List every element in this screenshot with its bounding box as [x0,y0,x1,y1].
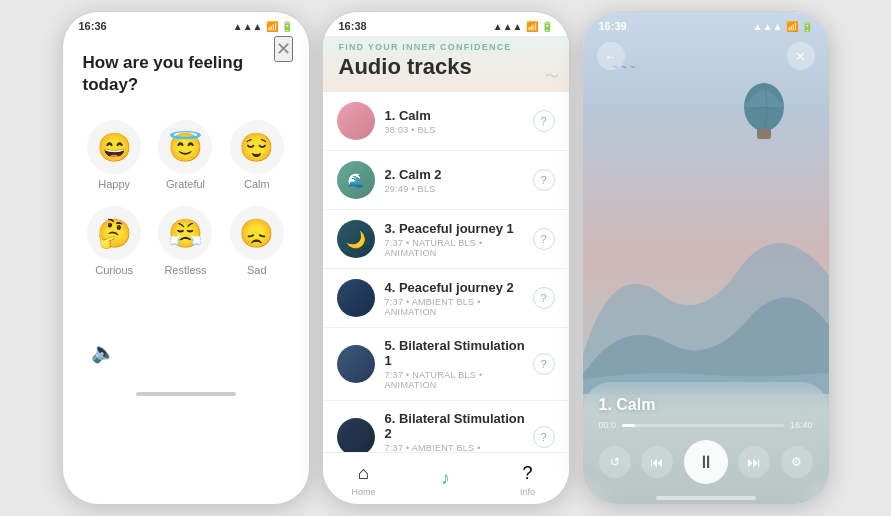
track-thumb-6 [337,418,375,452]
track-thumb-5 [337,345,375,383]
emoji-happy-icon: 😄 [87,120,141,174]
emoji-sad-label: Sad [247,264,267,276]
speaker-icon[interactable]: 🔈 [83,336,289,368]
emoji-restless[interactable]: 😤 Restless [154,206,217,276]
status-bar-1: 16:36 ▲▲▲ 📶 🔋 [63,12,309,36]
progress-fill [622,424,635,427]
track-meta-6: 7:37 • AMBIENT BLS • ANIMATION [385,443,533,452]
home-icon: ⌂ [351,461,375,485]
time-total: 16:40 [790,420,813,430]
audio-header: FIND YOUR INNER CONFIDENCE Audio tracks … [323,36,569,92]
emoji-restless-icon: 😤 [158,206,212,260]
nav-home[interactable]: ⌂ Home [351,461,375,497]
status-bar-3: 16:39 ▲▲▲ 📶 🔋 [583,12,829,36]
track-item-1[interactable]: 1. Calm 38:03 • BLS ? [323,92,569,151]
time-3: 16:39 [599,20,627,32]
track-item-4[interactable]: 4. Peaceful journey 2 7:37 • AMBIENT BLS… [323,269,569,328]
info-icon: ? [515,461,539,485]
track-info-2: 2. Calm 2 29:49 • BLS [385,167,533,194]
track-info-3: 3. Peaceful journey 1 7:37 • NATURAL BLS… [385,221,533,258]
wifi-icon-2: 📶 [526,21,538,32]
emoji-sad-icon: 😞 [230,206,284,260]
signal-icon-3: ▲▲▲ [753,21,783,32]
track-thumb-1 [337,102,375,140]
track-info-4: 4. Peaceful journey 2 7:37 • AMBIENT BLS… [385,280,533,317]
track-name-1: 1. Calm [385,108,533,123]
track-meta-1: 38:03 • BLS [385,125,533,135]
nav-home-label: Home [351,487,375,497]
signal-icon-2: ▲▲▲ [493,21,523,32]
signal-icon: ▲▲▲ [233,21,263,32]
mountain-landscape [583,196,829,394]
status-icons-1: ▲▲▲ 📶 🔋 [233,21,293,32]
battery-icon: 🔋 [281,21,293,32]
track-info-btn-5[interactable]: ? [533,353,555,375]
track-item-6[interactable]: 6. Bilateral Stimulation 2 7:37 • AMBIEN… [323,401,569,452]
progress-track[interactable] [622,424,784,427]
emoji-grateful-icon: 😇 [158,120,212,174]
time-2: 16:38 [339,20,367,32]
time-1: 16:36 [79,20,107,32]
track-meta-5: 7:37 • NATURAL BLS • ANIMATION [385,370,533,390]
audio-tracks-title: Audio tracks [339,54,553,80]
track-thumb-2: 🌊 [337,161,375,199]
status-icons-2: ▲▲▲ 📶 🔋 [493,21,553,32]
home-bar-3 [656,496,756,500]
svg-rect-1 [757,129,771,139]
emoji-grid: 😄 Happy 😇 Grateful 😌 Calm 🤔 Curious 😤 [83,120,289,276]
settings-button[interactable]: ⚙ [781,446,813,478]
emoji-grateful-label: Grateful [166,178,205,190]
track-list: 1. Calm 38:03 • BLS ? 🌊 2. Calm 2 29:49 … [323,92,569,452]
track-info-btn-3[interactable]: ? [533,228,555,250]
track-info-1: 1. Calm 38:03 • BLS [385,108,533,135]
close-circle-button[interactable]: ✕ [787,42,815,70]
nav-info[interactable]: ? Info [515,461,539,497]
track-info-btn-6[interactable]: ? [533,426,555,448]
emoji-calm-label: Calm [244,178,270,190]
battery-icon-3: 🔋 [801,21,813,32]
loop-button[interactable]: ↺ [599,446,631,478]
screens-container: 16:36 ▲▲▲ 📶 🔋 ✕ How are you feeling toda… [0,0,891,516]
track-name-2: 2. Calm 2 [385,167,533,182]
screen1-content: ✕ How are you feeling today? 😄 Happy 😇 G… [63,36,309,384]
audio-icon: ♪ [433,466,457,490]
emoji-happy[interactable]: 😄 Happy [83,120,146,190]
prev-button[interactable]: ⏮ [641,446,673,478]
track-item-2[interactable]: 🌊 2. Calm 2 29:49 • BLS ? [323,151,569,210]
emoji-sad[interactable]: 😞 Sad [225,206,288,276]
home-indicator-2 [323,501,569,505]
phone-1: 16:36 ▲▲▲ 📶 🔋 ✕ How are you feeling toda… [62,11,310,505]
emoji-curious-label: Curious [95,264,133,276]
track-info-btn-2[interactable]: ? [533,169,555,191]
emoji-grateful[interactable]: 😇 Grateful [154,120,217,190]
track-name-3: 3. Peaceful journey 1 [385,221,533,236]
track-info-btn-4[interactable]: ? [533,287,555,309]
back-circle-button[interactable]: ← [597,42,625,70]
track-item-3[interactable]: 🌙 3. Peaceful journey 1 7:37 • NATURAL B… [323,210,569,269]
nav-audio[interactable]: ♪ [433,466,457,492]
track-meta-4: 7:37 • AMBIENT BLS • ANIMATION [385,297,533,317]
pause-button[interactable]: ⏸ [684,440,728,484]
bottom-nav: ⌂ Home ♪ ? Info [323,452,569,501]
emoji-calm-icon: 😌 [230,120,284,174]
track-info-btn-1[interactable]: ? [533,110,555,132]
emoji-curious-icon: 🤔 [87,206,141,260]
player-track-name: 1. Calm [599,396,813,414]
emoji-calm[interactable]: 😌 Calm [225,120,288,190]
close-button[interactable]: ✕ [274,36,293,62]
player-controls: ↺ ⏮ ⏸ ⏭ ⚙ [599,440,813,484]
next-button[interactable]: ⏭ [738,446,770,478]
wifi-icon-3: 📶 [786,21,798,32]
find-confidence-label: FIND YOUR INNER CONFIDENCE [339,42,553,52]
hot-air-balloon [739,82,789,151]
progress-bar-container: 00:0 16:40 [599,420,813,430]
emoji-restless-label: Restless [164,264,206,276]
home-indicator-1 [63,384,309,400]
nav-info-label: Info [520,487,535,497]
track-item-5[interactable]: 5. Bilateral Stimulation 1 7:37 • NATURA… [323,328,569,401]
track-meta-2: 29:49 • BLS [385,184,533,194]
emoji-curious[interactable]: 🤔 Curious [83,206,146,276]
home-indicator-3 [583,488,829,504]
track-name-4: 4. Peaceful journey 2 [385,280,533,295]
time-current: 00:0 [599,420,617,430]
